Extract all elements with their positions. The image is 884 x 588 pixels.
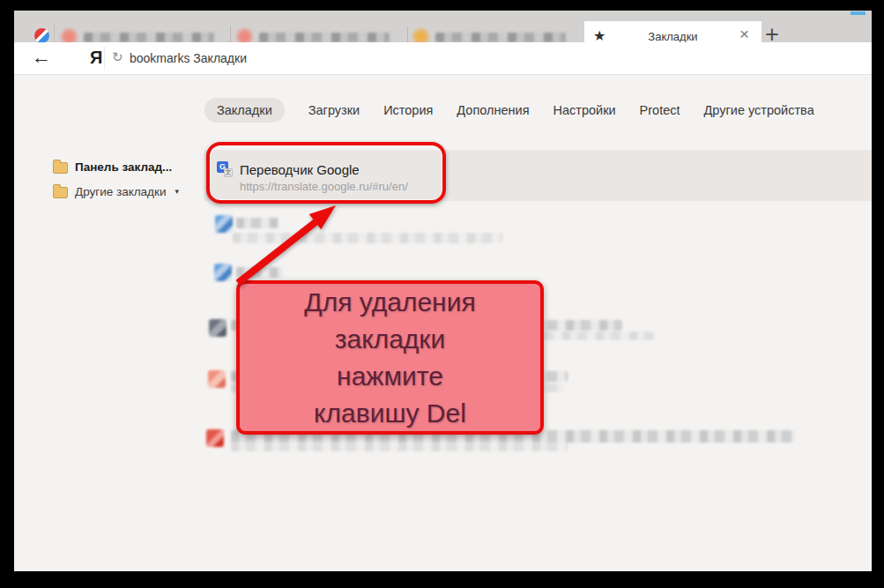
- blurred-tab-1[interactable]: [84, 33, 214, 42]
- nav-item-bookmarks[interactable]: Закладки: [204, 98, 285, 123]
- blurred-bookmark-url: [231, 443, 568, 451]
- annotation-note-box: Для удаления закладки нажмите клавишу De…: [236, 280, 544, 435]
- nav-item-addons[interactable]: Дополнения: [457, 103, 529, 117]
- sidebar-item-bookmarks-bar[interactable]: Панель заклад...: [53, 160, 172, 174]
- blurred-bookmark-favicon: [206, 429, 224, 447]
- blurred-bookmark-favicon: [214, 264, 232, 281]
- sidebar-item-other-bookmarks[interactable]: Другие закладки ▾: [53, 184, 179, 198]
- blurred-bookmark-title[interactable]: [236, 267, 282, 278]
- section-nav: Закладки Загрузки История Дополнения Нас…: [204, 98, 814, 123]
- active-tab-title: Закладки: [584, 30, 761, 43]
- blurred-bookmark-favicon: [208, 370, 226, 388]
- back-button[interactable]: ←: [32, 46, 51, 69]
- tab-strip: ★ Закладки × +: [14, 11, 872, 42]
- nav-item-protect[interactable]: Protect: [640, 103, 680, 117]
- toolbar: ← Я ↻ bookmarks Закладки: [14, 42, 872, 75]
- folder-icon: [53, 162, 68, 174]
- reload-icon[interactable]: ↻: [112, 49, 123, 65]
- blurred-bookmark-title[interactable]: [236, 218, 279, 228]
- blurred-bookmark-favicon: [215, 215, 233, 233]
- sidebar-label: Другие закладки: [75, 185, 166, 198]
- blurred-tab-2[interactable]: [259, 33, 390, 42]
- divider: [104, 47, 105, 71]
- close-tab-icon[interactable]: ×: [739, 26, 749, 42]
- address-bar[interactable]: bookmarks Закладки: [130, 51, 247, 65]
- yandex-browser-logo-icon: [34, 28, 49, 43]
- annotation-text-line: Для удаления: [304, 284, 475, 321]
- yandex-logo[interactable]: Я: [90, 48, 102, 68]
- blurred-bookmark-url: [233, 233, 502, 243]
- nav-item-history[interactable]: История: [383, 103, 433, 117]
- annotation-text-line: закладки: [335, 321, 445, 358]
- browser-window: ★ Закладки × + ← Я ↻ bookmarks Закладки …: [0, 0, 884, 588]
- nav-item-other-devices[interactable]: Другие устройства: [704, 103, 814, 117]
- window-edge-highlight: [851, 11, 865, 15]
- annotation-text-line: клавишу Del: [314, 395, 466, 432]
- folder-icon: [53, 187, 68, 198]
- nav-item-settings[interactable]: Настройки: [553, 103, 616, 117]
- sidebar-label: Панель заклад...: [75, 160, 172, 174]
- chevron-down-icon: ▾: [175, 187, 179, 196]
- nav-item-downloads[interactable]: Загрузки: [308, 103, 360, 117]
- blurred-bookmark-favicon: [209, 319, 227, 337]
- blurred-tab-3[interactable]: [435, 33, 566, 42]
- annotation-highlight-rect: [206, 142, 446, 204]
- bookmarks-page: Закладки Загрузки История Дополнения Нас…: [14, 75, 872, 571]
- annotation-text-line: нажмите: [337, 358, 443, 395]
